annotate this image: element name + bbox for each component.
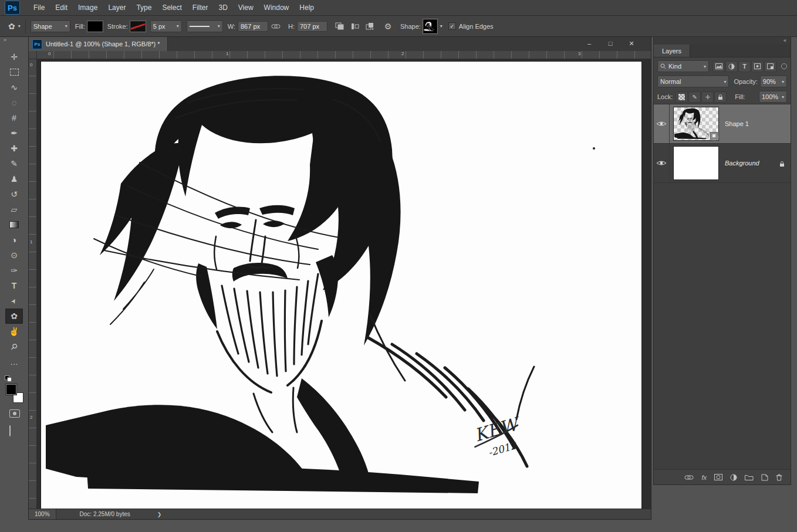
layers-panel-tab[interactable]: Layers: [654, 45, 690, 57]
screen-mode-button[interactable]: [9, 426, 11, 436]
custom-shape-tool[interactable]: ✿: [5, 309, 23, 324]
zoom-tool[interactable]: ⚲: [5, 339, 23, 354]
layer-row-shape-1[interactable]: Shape 1: [654, 104, 791, 144]
menu-layer[interactable]: Layer: [103, 0, 131, 15]
fill-label: Fill:: [75, 23, 85, 30]
filter-adjustment-layers-button[interactable]: [725, 61, 738, 72]
document-tab[interactable]: Ps Untitled-1 @ 100% (Shape 1, RGB/8*) *: [29, 37, 168, 51]
menu-window[interactable]: Window: [259, 0, 295, 15]
foreground-color-swatch[interactable]: [6, 384, 16, 395]
pen-tool[interactable]: ✑: [5, 263, 23, 278]
menu-edit[interactable]: Edit: [50, 0, 73, 15]
filter-smart-object-button[interactable]: [764, 61, 776, 72]
canvas[interactable]: KEW -2012: [40, 61, 642, 509]
menu-help[interactable]: Help: [294, 0, 319, 15]
spot-healing-brush-tool[interactable]: ✚: [5, 141, 23, 156]
lock-position-button[interactable]: ✛: [701, 92, 714, 103]
add-layer-mask-button[interactable]: [714, 474, 722, 480]
layer-name[interactable]: Shape 1: [725, 120, 749, 127]
layer-name[interactable]: Background: [725, 160, 759, 167]
stroke-width-dropdown[interactable]: 5 px ▾: [150, 21, 182, 32]
menu-3d[interactable]: 3D: [213, 0, 232, 15]
crop-tool[interactable]: #: [5, 110, 23, 126]
panel-collapse-icon[interactable]: «: [784, 38, 786, 43]
align-edges-checkbox[interactable]: ✓: [448, 22, 456, 30]
filter-type-layers-button[interactable]: T: [738, 61, 751, 72]
tool-preset-picker[interactable]: ✿ ▾: [8, 22, 21, 31]
blur-tool[interactable]: ◑: [5, 232, 23, 248]
layer-thumbnail[interactable]: [673, 107, 719, 141]
shape-width-input[interactable]: 867 px: [238, 21, 268, 32]
history-brush-tool[interactable]: ↺: [5, 187, 23, 202]
menu-file[interactable]: File: [28, 0, 50, 15]
filter-kind-dropdown[interactable]: Kind ▾: [657, 60, 709, 72]
path-selection-tool[interactable]: ➤: [5, 293, 23, 309]
layer-style-button[interactable]: fx: [701, 474, 707, 481]
rectangular-marquee-tool[interactable]: [5, 65, 23, 80]
visibility-toggle[interactable]: [654, 104, 670, 143]
tool-mode-dropdown[interactable]: Shape ▾: [31, 21, 70, 32]
blend-mode-dropdown[interactable]: Normal ▾: [657, 76, 729, 87]
ruler-origin-corner[interactable]: [29, 51, 37, 59]
layer-row-background[interactable]: Background: [654, 144, 791, 183]
new-adjustment-layer-button[interactable]: [730, 474, 737, 481]
lasso-tool[interactable]: ∿: [5, 80, 23, 95]
custom-shape-preview[interactable]: [423, 19, 437, 33]
horizontal-ruler[interactable]: 0 1 2 3: [36, 51, 651, 59]
shape-height-input[interactable]: 707 px: [297, 21, 327, 32]
toolbar-collapse-button[interactable]: »: [4, 38, 6, 43]
filter-toggle-icon[interactable]: [781, 63, 787, 69]
opacity-dropdown[interactable]: 90% ▾: [760, 76, 787, 87]
gradient-tool[interactable]: [5, 217, 23, 232]
eraser-tool[interactable]: ▱: [5, 202, 23, 217]
path-alignment-button[interactable]: [349, 21, 362, 32]
new-layer-button[interactable]: [761, 474, 768, 481]
default-colors-button[interactable]: [5, 375, 12, 381]
dodge-tool[interactable]: ⊙: [5, 248, 23, 263]
eyedropper-tool[interactable]: ✒: [5, 126, 23, 141]
minimize-button[interactable]: –: [583, 38, 596, 49]
delete-layer-button[interactable]: [776, 474, 782, 481]
status-options-chevron-icon[interactable]: ❯: [157, 511, 162, 517]
vertical-ruler[interactable]: 0 1 2: [29, 59, 37, 509]
zoom-level-field[interactable]: 100%: [29, 509, 56, 519]
close-button[interactable]: ✕: [625, 38, 638, 49]
filter-pixel-layers-button[interactable]: [712, 61, 725, 72]
filter-shape-layers-button[interactable]: [751, 61, 764, 72]
move-tool[interactable]: ✛: [5, 49, 23, 65]
brush-tool[interactable]: ✎: [5, 156, 23, 171]
type-icon: T: [12, 282, 17, 290]
visibility-toggle[interactable]: [654, 144, 670, 182]
stroke-type-dropdown[interactable]: ▾: [187, 21, 223, 32]
stroke-color-swatch[interactable]: [130, 21, 146, 32]
link-layers-button[interactable]: [684, 475, 694, 480]
edit-toolbar-button[interactable]: …: [5, 354, 23, 370]
lock-pixels-button[interactable]: ✎: [688, 92, 701, 103]
menu-filter[interactable]: Filter: [187, 0, 214, 15]
caret-down-icon: ▾: [65, 23, 67, 29]
layer-thumbnail[interactable]: [673, 146, 719, 180]
lock-all-button[interactable]: [714, 92, 727, 103]
lock-transparency-button[interactable]: [676, 92, 688, 103]
fill-opacity-dropdown[interactable]: 100% ▾: [759, 91, 787, 103]
hand-tool[interactable]: ✌: [5, 324, 23, 339]
quick-mask-button[interactable]: [9, 409, 20, 418]
quick-mask-icon: [9, 409, 20, 418]
eye-icon: [656, 160, 667, 167]
path-arrangement-button[interactable]: [364, 21, 377, 32]
link-dimensions-icon[interactable]: [269, 21, 282, 32]
geometry-options-gear-icon[interactable]: ⚙: [381, 21, 394, 32]
type-tool[interactable]: T: [5, 278, 23, 293]
quick-selection-tool[interactable]: ◌: [5, 95, 23, 110]
path-operations-button[interactable]: [333, 21, 346, 32]
solid-line-icon: [190, 26, 210, 27]
menu-type[interactable]: Type: [131, 0, 157, 15]
new-group-button[interactable]: [745, 474, 754, 480]
clone-stamp-tool[interactable]: ♟: [5, 171, 23, 187]
fill-color-swatch[interactable]: [87, 21, 103, 32]
menu-view[interactable]: View: [233, 0, 259, 15]
blur-icon: ◑: [12, 236, 16, 244]
menu-image[interactable]: Image: [73, 0, 103, 15]
maximize-button[interactable]: □: [604, 38, 617, 49]
menu-select[interactable]: Select: [157, 0, 187, 15]
